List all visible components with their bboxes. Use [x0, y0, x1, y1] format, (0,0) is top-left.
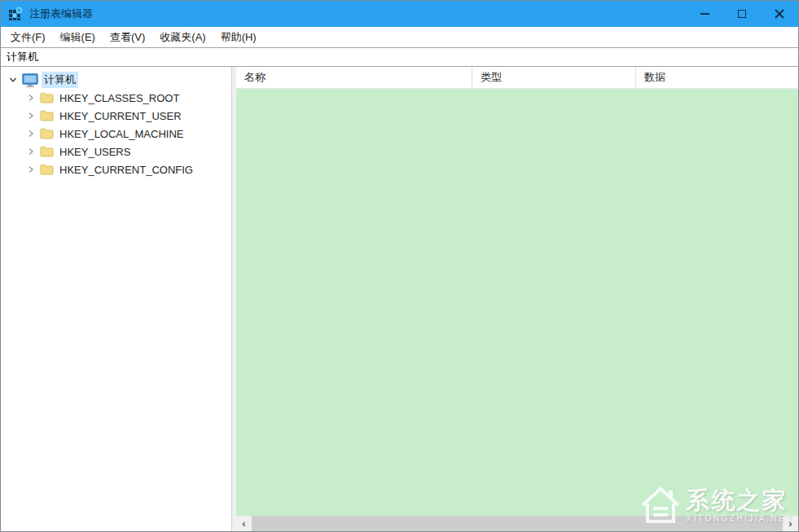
column-header-type[interactable]: 类型: [472, 67, 636, 88]
close-icon: [775, 9, 784, 19]
folder-icon: [40, 128, 54, 139]
folder-icon: [40, 110, 54, 121]
column-header-name[interactable]: 名称: [236, 67, 472, 88]
column-header-data[interactable]: 数据: [636, 67, 798, 88]
values-list-area[interactable]: [236, 89, 798, 516]
tree-node-hkey-current-config[interactable]: HKEY_CURRENT_CONFIG: [1, 160, 231, 178]
tree-label[interactable]: HKEY_CURRENT_USER: [57, 109, 184, 123]
minimize-button[interactable]: [686, 1, 723, 27]
horizontal-scrollbar[interactable]: ‹ ›: [236, 516, 798, 531]
tree-label[interactable]: HKEY_USERS: [57, 145, 133, 159]
chevron-down-icon[interactable]: [7, 73, 20, 86]
tree-label-computer[interactable]: 计算机: [42, 72, 78, 88]
menu-item-view[interactable]: 查看(V): [103, 28, 152, 47]
maximize-icon: [738, 10, 746, 18]
window-controls: [686, 1, 798, 27]
scroll-right-icon[interactable]: ›: [783, 516, 798, 531]
tree-label[interactable]: HKEY_LOCAL_MACHINE: [57, 127, 186, 141]
chevron-right-icon[interactable]: [24, 109, 37, 122]
close-button[interactable]: [761, 1, 798, 27]
folder-icon: [40, 164, 54, 175]
tree-node-hkey-local-machine[interactable]: HKEY_LOCAL_MACHINE: [1, 125, 231, 143]
minimize-icon: [700, 13, 709, 15]
scrollbar-thumb[interactable]: [252, 516, 783, 531]
tree-node-hkey-classes-root[interactable]: HKEY_CLASSES_ROOT: [1, 89, 231, 107]
registry-tree-panel[interactable]: 计算机 HKEY_CLASSES_ROOT HKEY_CURRENT_USE: [1, 67, 232, 531]
list-header: 名称 类型 数据: [236, 67, 798, 89]
menu-bar: 文件(F) 编辑(E) 查看(V) 收藏夹(A) 帮助(H): [1, 27, 798, 47]
chevron-right-icon[interactable]: [24, 91, 37, 104]
maximize-button[interactable]: [723, 1, 761, 27]
chevron-right-icon[interactable]: [24, 145, 37, 158]
tree-node-hkey-users[interactable]: HKEY_USERS: [1, 143, 231, 160]
values-panel: 名称 类型 数据 ‹ ›: [236, 67, 798, 531]
menu-item-favorites[interactable]: 收藏夹(A): [152, 28, 213, 47]
menu-item-file[interactable]: 文件(F): [3, 28, 53, 47]
folder-icon: [40, 92, 54, 103]
tree-label[interactable]: HKEY_CLASSES_ROOT: [57, 91, 182, 105]
tree-node-hkey-current-user[interactable]: HKEY_CURRENT_USER: [1, 107, 231, 125]
main-area: 计算机 HKEY_CLASSES_ROOT HKEY_CURRENT_USE: [1, 67, 798, 531]
scroll-left-icon[interactable]: ‹: [236, 516, 252, 531]
registry-app-icon: [8, 7, 23, 21]
window-title: 注册表编辑器: [29, 7, 93, 21]
titlebar[interactable]: 注册表编辑器: [1, 1, 798, 27]
folder-icon: [40, 146, 54, 157]
chevron-right-icon[interactable]: [24, 127, 37, 140]
tree-label[interactable]: HKEY_CURRENT_CONFIG: [57, 163, 195, 177]
regedit-window: 注册表编辑器 文件(F) 编辑(E) 查看(V) 收藏夹(A) 帮助(H) 计算…: [0, 0, 799, 532]
menu-item-help[interactable]: 帮助(H): [213, 28, 264, 47]
tree-node-computer[interactable]: 计算机: [1, 71, 231, 89]
address-bar[interactable]: 计算机: [1, 47, 798, 67]
menu-item-edit[interactable]: 编辑(E): [53, 28, 103, 47]
computer-icon: [22, 73, 38, 87]
chevron-right-icon[interactable]: [24, 163, 37, 176]
